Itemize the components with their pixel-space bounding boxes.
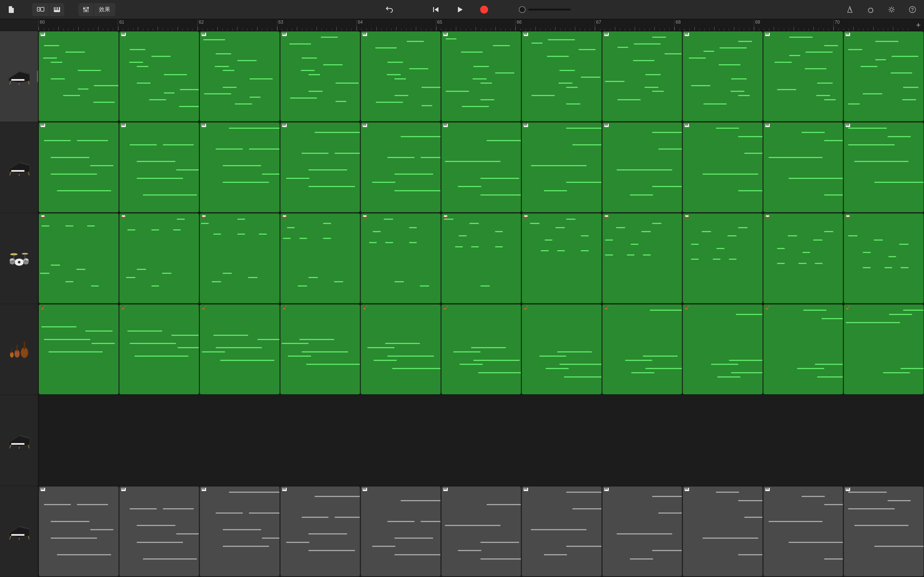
midi-region[interactable] xyxy=(522,486,602,577)
midi-region[interactable] xyxy=(361,486,441,577)
midi-region[interactable] xyxy=(844,122,924,213)
track-header-grand-piano[interactable] xyxy=(0,395,38,486)
track-controls-button[interactable] xyxy=(78,3,94,16)
violin-region-icon xyxy=(40,306,45,309)
track-lanes[interactable] xyxy=(38,31,924,577)
ruler-bar[interactable]: 60 xyxy=(38,19,118,31)
midi-region[interactable] xyxy=(522,213,602,303)
midi-region[interactable] xyxy=(119,213,199,303)
midi-region[interactable] xyxy=(683,304,763,395)
midi-region[interactable] xyxy=(683,31,763,121)
midi-region[interactable] xyxy=(361,213,441,303)
my-songs-button[interactable] xyxy=(5,3,18,16)
track-header-grand-piano[interactable] xyxy=(0,486,38,577)
midi-region[interactable] xyxy=(119,31,199,121)
track-header-drum-kit[interactable] xyxy=(0,213,38,304)
midi-region[interactable] xyxy=(763,31,843,121)
midi-region[interactable] xyxy=(441,486,521,577)
midi-region[interactable] xyxy=(602,213,682,303)
midi-region[interactable] xyxy=(844,213,924,303)
play-button[interactable] xyxy=(453,3,466,16)
midi-region[interactable] xyxy=(200,213,280,303)
midi-region[interactable] xyxy=(844,304,924,395)
settings-button[interactable] xyxy=(885,3,898,16)
midi-region[interactable] xyxy=(522,304,602,395)
midi-region[interactable] xyxy=(361,31,441,121)
midi-region[interactable] xyxy=(361,122,441,213)
record-button[interactable] xyxy=(478,3,491,16)
ruler-bar[interactable]: 67 xyxy=(594,19,674,31)
midi-region[interactable] xyxy=(441,31,521,121)
midi-region[interactable] xyxy=(119,122,199,213)
ruler-bar[interactable]: 61 xyxy=(118,19,197,31)
midi-region[interactable] xyxy=(683,122,763,213)
instrument-view-button[interactable] xyxy=(49,3,64,16)
track-lane[interactable] xyxy=(38,213,924,304)
midi-region[interactable] xyxy=(844,486,924,577)
midi-region[interactable] xyxy=(39,486,119,577)
ruler-bar[interactable]: 66 xyxy=(515,19,594,31)
midi-region[interactable] xyxy=(522,31,602,121)
midi-region[interactable] xyxy=(39,122,119,213)
drum-region-icon xyxy=(523,215,528,219)
ruler-bar[interactable]: 64 xyxy=(356,19,436,31)
midi-region[interactable] xyxy=(441,213,521,303)
master-volume[interactable] xyxy=(519,6,571,13)
go-to-beginning-button[interactable] xyxy=(429,3,442,16)
midi-region[interactable] xyxy=(441,122,521,213)
track-lane[interactable] xyxy=(38,486,924,577)
ruler-bar[interactable]: 68 xyxy=(674,19,754,31)
ruler-bar[interactable]: 63 xyxy=(277,19,356,31)
midi-region-icon xyxy=(604,33,609,37)
metronome-button[interactable] xyxy=(843,3,856,16)
midi-region[interactable] xyxy=(763,122,843,213)
midi-region[interactable] xyxy=(602,31,682,121)
track-header-grand-piano[interactable] xyxy=(0,122,38,213)
midi-region[interactable] xyxy=(763,486,843,577)
volume-track[interactable] xyxy=(528,9,571,10)
midi-region[interactable] xyxy=(280,31,360,121)
midi-region[interactable] xyxy=(441,304,521,395)
ruler-bar[interactable]: 62 xyxy=(197,19,277,31)
track-header-grand-piano[interactable] xyxy=(0,31,38,122)
ruler-bar[interactable]: 70 xyxy=(833,19,913,31)
midi-region[interactable] xyxy=(39,304,119,395)
track-lane[interactable] xyxy=(38,31,924,122)
midi-region[interactable] xyxy=(280,122,360,213)
fx-button[interactable]: 效果 xyxy=(94,3,115,16)
tracks-view-button[interactable] xyxy=(32,3,49,16)
midi-region[interactable] xyxy=(602,304,682,395)
add-track-button[interactable]: + xyxy=(913,19,924,31)
loop-browser-button[interactable] xyxy=(864,3,877,16)
midi-region[interactable] xyxy=(522,122,602,213)
midi-region[interactable] xyxy=(119,304,199,395)
ruler-bar[interactable]: 69 xyxy=(754,19,833,31)
track-lane[interactable] xyxy=(38,395,924,486)
midi-region[interactable] xyxy=(200,122,280,213)
midi-region[interactable] xyxy=(39,213,119,303)
view-toggle-group xyxy=(32,3,64,16)
undo-button[interactable] xyxy=(382,3,395,16)
ruler-bar[interactable]: 65 xyxy=(436,19,515,31)
midi-region[interactable] xyxy=(200,486,280,577)
help-button[interactable] xyxy=(906,3,919,16)
midi-region[interactable] xyxy=(119,486,199,577)
midi-region[interactable] xyxy=(200,31,280,121)
timeline-ruler[interactable]: 6061626364656667686970 xyxy=(38,19,913,31)
midi-region[interactable] xyxy=(280,486,360,577)
track-lane[interactable] xyxy=(38,122,924,213)
midi-region[interactable] xyxy=(602,122,682,213)
midi-region[interactable] xyxy=(683,486,763,577)
midi-region[interactable] xyxy=(280,304,360,395)
midi-region[interactable] xyxy=(280,213,360,303)
midi-region[interactable] xyxy=(39,31,119,121)
midi-region[interactable] xyxy=(361,304,441,395)
midi-region[interactable] xyxy=(683,213,763,303)
track-header-strings[interactable] xyxy=(0,304,38,395)
midi-region[interactable] xyxy=(200,304,280,395)
midi-region[interactable] xyxy=(602,486,682,577)
midi-region[interactable] xyxy=(763,304,843,395)
midi-region[interactable] xyxy=(844,31,924,121)
midi-region[interactable] xyxy=(763,213,843,303)
track-lane[interactable] xyxy=(38,304,924,395)
